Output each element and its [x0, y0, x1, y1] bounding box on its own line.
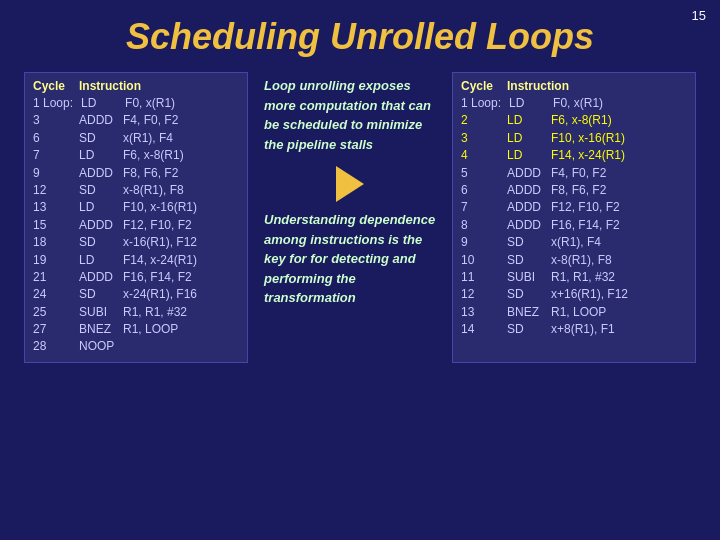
right-table: Cycle Instruction 1 Loop: LD F0, x(R1) 2… [452, 72, 696, 363]
table-row: 4 LD F14, x-24(R1) [461, 147, 687, 164]
cell-instruction: ADDD [79, 217, 115, 234]
table-row: 11 SUBI R1, R1, #32 [461, 269, 687, 286]
table-row: 1 Loop: LD F0, x(R1) [461, 95, 687, 112]
cell-cycle: 14 [461, 321, 499, 338]
cell-operand: F0, x(R1) [553, 95, 663, 112]
cell-operand: F4, F0, F2 [123, 112, 213, 129]
cell-instruction: ADDD [507, 182, 543, 199]
cell-instruction: BNEZ [79, 321, 115, 338]
cell-cycle: 27 [33, 321, 71, 338]
cell-instruction: LD [79, 147, 115, 164]
cell-operand: F16, F14, F2 [551, 217, 661, 234]
right-arrow-icon [336, 166, 364, 202]
left-table-body: 1 Loop: LD F0, x(R1) 3 ADDD F4, F0, F2 6… [33, 95, 239, 356]
cell-instruction: SUBI [507, 269, 543, 286]
cell-operand: x-24(R1), F16 [123, 286, 213, 303]
cell-operand: F14, x-24(R1) [551, 147, 661, 164]
table-row: 15 ADDD F12, F10, F2 [33, 217, 239, 234]
table-row: 5 ADDD F4, F0, F2 [461, 165, 687, 182]
cell-instruction: LD [79, 252, 115, 269]
cell-instruction: LD [81, 95, 117, 112]
left-header-instruction: Instruction [79, 79, 141, 93]
cell-cycle: 28 [33, 338, 71, 355]
table-row: 13 LD F10, x-16(R1) [33, 199, 239, 216]
cell-instruction: LD [507, 112, 543, 129]
cell-operand: x+8(R1), F1 [551, 321, 661, 338]
cell-cycle: 25 [33, 304, 71, 321]
cell-cycle: 11 [461, 269, 499, 286]
cell-instruction: ADDD [507, 199, 543, 216]
cell-instruction: ADDD [507, 165, 543, 182]
table-row: 9 ADDD F8, F6, F2 [33, 165, 239, 182]
table-row: 3 LD F10, x-16(R1) [461, 130, 687, 147]
table-row: 7 LD F6, x-8(R1) [33, 147, 239, 164]
table-row: 6 ADDD F8, F6, F2 [461, 182, 687, 199]
cell-instruction: SD [79, 234, 115, 251]
cell-cycle: 9 [33, 165, 71, 182]
middle-bottom-text: Understanding dependence among instructi… [264, 210, 436, 308]
cell-instruction: SD [507, 252, 543, 269]
table-row: 1 Loop: LD F0, x(R1) [33, 95, 239, 112]
content-area: Cycle Instruction 1 Loop: LD F0, x(R1) 3… [24, 72, 696, 363]
table-row: 14 SD x+8(R1), F1 [461, 321, 687, 338]
cell-operand [123, 338, 213, 355]
cell-cycle: 12 [33, 182, 71, 199]
cell-instruction: SD [79, 182, 115, 199]
cell-instruction: LD [509, 95, 545, 112]
cell-cycle: 6 [461, 182, 499, 199]
table-row: 7 ADDD F12, F10, F2 [461, 199, 687, 216]
cell-cycle: 19 [33, 252, 71, 269]
arrow-indicator [264, 166, 436, 202]
cell-operand: x-8(R1), F8 [551, 252, 661, 269]
slide-title: Scheduling Unrolled Loops [24, 16, 696, 58]
table-row: 24 SD x-24(R1), F16 [33, 286, 239, 303]
cell-instruction: ADDD [507, 217, 543, 234]
table-row: 12 SD x+16(R1), F12 [461, 286, 687, 303]
cell-operand: F10, x-16(R1) [123, 199, 213, 216]
cell-instruction: SUBI [79, 304, 115, 321]
table-row: 13 BNEZ R1, LOOP [461, 304, 687, 321]
cell-operand: x(R1), F4 [551, 234, 661, 251]
cell-cycle: 3 [461, 130, 499, 147]
cell-cycle: 8 [461, 217, 499, 234]
table-row: 18 SD x-16(R1), F12 [33, 234, 239, 251]
table-row: 25 SUBI R1, R1, #32 [33, 304, 239, 321]
cell-operand: F10, x-16(R1) [551, 130, 661, 147]
cell-operand: x-8(R1), F8 [123, 182, 213, 199]
cell-operand: F0, x(R1) [125, 95, 215, 112]
cell-instruction: BNEZ [507, 304, 543, 321]
table-row: 2 LD F6, x-8(R1) [461, 112, 687, 129]
cell-cycle: 3 [33, 112, 71, 129]
cell-cycle: 18 [33, 234, 71, 251]
right-header-instruction: Instruction [507, 79, 569, 93]
middle-top-text: Loop unrolling exposes more computation … [264, 76, 436, 154]
table-row: 21 ADDD F16, F14, F2 [33, 269, 239, 286]
cell-instruction: NOOP [79, 338, 115, 355]
page-number: 15 [692, 8, 706, 23]
cell-cycle: 12 [461, 286, 499, 303]
cell-operand: F6, x-8(R1) [123, 147, 213, 164]
cell-cycle: 1 Loop: [33, 95, 73, 112]
left-header-op [149, 79, 239, 93]
cell-instruction: SD [507, 234, 543, 251]
cell-operand: F12, F10, F2 [551, 199, 661, 216]
cell-instruction: SD [507, 286, 543, 303]
table-row: 6 SD x(R1), F4 [33, 130, 239, 147]
cell-operand: F4, F0, F2 [551, 165, 661, 182]
cell-cycle: 1 Loop: [461, 95, 501, 112]
slide: 15 Scheduling Unrolled Loops Cycle Instr… [0, 0, 720, 540]
cell-operand: F14, x-24(R1) [123, 252, 213, 269]
table-row: 10 SD x-8(R1), F8 [461, 252, 687, 269]
table-row: 19 LD F14, x-24(R1) [33, 252, 239, 269]
table-row: 12 SD x-8(R1), F8 [33, 182, 239, 199]
right-header-cycle: Cycle [461, 79, 499, 93]
cell-instruction: ADDD [79, 112, 115, 129]
right-table-body: 1 Loop: LD F0, x(R1) 2 LD F6, x-8(R1) 3 … [461, 95, 687, 338]
cell-instruction: ADDD [79, 269, 115, 286]
cell-cycle: 24 [33, 286, 71, 303]
cell-instruction: LD [79, 199, 115, 216]
cell-operand: F8, F6, F2 [551, 182, 661, 199]
cell-instruction: SD [79, 130, 115, 147]
cell-instruction: SD [507, 321, 543, 338]
table-row: 27 BNEZ R1, LOOP [33, 321, 239, 338]
